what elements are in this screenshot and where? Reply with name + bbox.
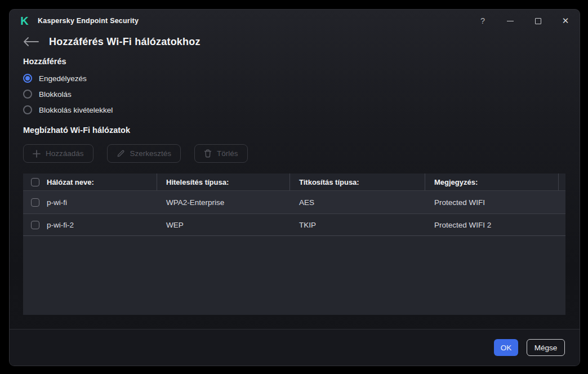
trusted-networks-table: Hálózat neve: Hitelesítés típusa: Titkos…: [23, 173, 565, 315]
cancel-button[interactable]: Mégse: [527, 339, 565, 356]
table-row[interactable]: p-wi-fi WPA2-Enterprise AES Protected WI…: [23, 191, 565, 213]
radio-label: Blokkolás kivételekkel: [39, 106, 113, 114]
cell-encryption-type: TKIP: [290, 221, 425, 229]
radio-label: Blokkolás: [39, 90, 72, 99]
row-checkbox[interactable]: [31, 221, 39, 229]
trusted-networks-toolbar: Hozzáadás Szerkesztés Törlés: [23, 144, 261, 163]
radio-unselected-icon: [23, 90, 32, 99]
row-checkbox[interactable]: [31, 198, 39, 207]
radio-unselected-icon: [23, 105, 32, 114]
ok-button[interactable]: OK: [494, 339, 518, 356]
radio-option-blokkolas-kivetelekkel[interactable]: Blokkolás kivételekkel: [23, 102, 113, 118]
app-title: Kaspersky Endpoint Security: [38, 17, 139, 25]
cell-network-name: p-wi-fi-2: [47, 221, 74, 229]
app-window: K Kaspersky Endpoint Security ? ✕ Hozzáf…: [9, 9, 580, 366]
add-button-label: Hozzáadás: [46, 149, 84, 158]
page-header: Hozzáférés Wi-Fi hálózatokhoz: [23, 34, 201, 49]
pencil-icon: [117, 149, 125, 158]
column-header-encryption: Titkosítás típusa:: [290, 173, 425, 190]
plus-icon: [33, 150, 41, 158]
delete-button-label: Törlés: [217, 149, 238, 158]
delete-button[interactable]: Törlés: [194, 144, 248, 163]
maximize-icon[interactable]: [532, 14, 544, 28]
radio-selected-icon: [23, 74, 32, 83]
cell-network-name: p-wi-fi: [47, 198, 67, 207]
table-row[interactable]: p-wi-fi-2 WEP TKIP Protected WIFI 2: [23, 213, 565, 236]
trusted-networks-heading: Megbízható Wi-Fi hálózatok: [23, 126, 130, 135]
kaspersky-logo-icon: K: [19, 15, 30, 27]
window-controls: ? ✕: [461, 14, 572, 28]
back-button[interactable]: [23, 34, 42, 49]
trash-icon: [204, 149, 212, 158]
table-header: Hálózat neve: Hitelesítés típusa: Titkos…: [23, 173, 565, 191]
edit-button[interactable]: Szerkesztés: [107, 144, 181, 163]
titlebar: K Kaspersky Endpoint Security ? ✕: [10, 10, 580, 32]
radio-label: Engedélyezés: [39, 74, 87, 83]
column-header-auth: Hitelesítés típusa:: [157, 173, 290, 190]
radio-option-blokkolas[interactable]: Blokkolás: [23, 86, 113, 102]
minimize-icon[interactable]: [504, 14, 516, 28]
footer-bar: OK Mégse: [10, 329, 580, 366]
add-button[interactable]: Hozzáadás: [23, 144, 93, 163]
column-header-comment: Megjegyzés:: [425, 173, 559, 190]
screen: K Kaspersky Endpoint Security ? ✕ Hozzáf…: [0, 0, 588, 374]
cell-auth-type: WEP: [157, 221, 290, 229]
access-radio-group: Engedélyezés Blokkolás Blokkolás kivétel…: [23, 70, 113, 118]
column-header-label: Hálózat neve:: [47, 178, 94, 186]
cell-comment: Protected WIFI 2: [425, 221, 559, 229]
back-arrow-icon: [23, 37, 39, 46]
radio-option-engedelyezes[interactable]: Engedélyezés: [23, 70, 113, 86]
column-header-gutter: [559, 173, 565, 190]
cell-auth-type: WPA2-Enterprise: [157, 198, 290, 207]
access-heading: Hozzáférés: [23, 57, 66, 66]
edit-button-label: Szerkesztés: [130, 149, 172, 158]
page-title: Hozzáférés Wi-Fi hálózatokhoz: [49, 36, 201, 48]
close-icon[interactable]: ✕: [559, 14, 572, 28]
select-all-checkbox[interactable]: [31, 178, 39, 186]
cell-encryption-type: AES: [290, 198, 425, 207]
cell-comment: Protected WIFI: [425, 198, 559, 207]
help-icon[interactable]: ?: [476, 14, 489, 28]
column-header-name: Hálózat neve:: [23, 173, 157, 190]
